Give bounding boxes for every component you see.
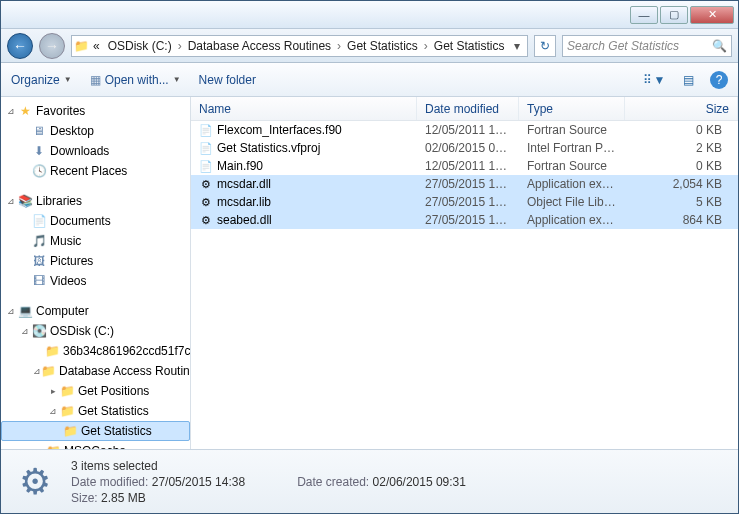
- column-date[interactable]: Date modified: [417, 97, 519, 120]
- tree-item-osdisk[interactable]: ⊿💽OSDisk (C:): [1, 321, 190, 341]
- tree-favorites[interactable]: ⊿★Favorites: [1, 101, 190, 121]
- preview-pane-button[interactable]: ▤: [676, 69, 700, 91]
- computer-icon: 💻: [17, 304, 33, 318]
- file-type: Fortran Source: [519, 159, 625, 173]
- libraries-icon: 📚: [17, 194, 33, 208]
- toolbar: Organize▼ ▦Open with...▼ New folder ⠿▼ ▤…: [1, 63, 738, 97]
- details-modified-label: Date modified:: [71, 475, 148, 489]
- titlebar: — ▢ ✕: [1, 1, 738, 29]
- column-name[interactable]: Name: [191, 97, 417, 120]
- file-icon: 📄: [199, 141, 213, 155]
- file-row[interactable]: ⚙mcsdar.dll27/05/2015 14:38Application e…: [191, 175, 738, 193]
- file-size: 0 KB: [625, 159, 738, 173]
- folder-icon: 📁: [74, 39, 89, 53]
- refresh-button[interactable]: ↻: [534, 35, 556, 57]
- star-icon: ★: [17, 104, 33, 118]
- search-icon: 🔍: [712, 39, 727, 53]
- file-size: 864 KB: [625, 213, 738, 227]
- forward-button[interactable]: →: [39, 33, 65, 59]
- file-size: 0 KB: [625, 123, 738, 137]
- tree-item-getstat-inner[interactable]: 📁Get Statistics: [1, 421, 190, 441]
- tree-item-videos[interactable]: 🎞Videos: [1, 271, 190, 291]
- column-type[interactable]: Type: [519, 97, 625, 120]
- tree-item-recent[interactable]: 🕓Recent Places: [1, 161, 190, 181]
- file-name: Get Statistics.vfproj: [217, 141, 320, 155]
- navigation-bar: ← → 📁 « OSDisk (C:)› Database Access Rou…: [1, 29, 738, 63]
- tree-item-music[interactable]: 🎵Music: [1, 231, 190, 251]
- folder-icon: 📁: [62, 424, 78, 438]
- file-row[interactable]: 📄Main.f9012/05/2011 14:29Fortran Source0…: [191, 157, 738, 175]
- breadcrumb-seg[interactable]: Database Access Routines: [184, 39, 335, 53]
- close-button[interactable]: ✕: [690, 6, 734, 24]
- music-icon: 🎵: [31, 234, 47, 248]
- maximize-button[interactable]: ▢: [660, 6, 688, 24]
- column-size[interactable]: Size: [625, 97, 738, 120]
- breadcrumb-overflow[interactable]: «: [89, 39, 104, 53]
- file-icon: 📄: [199, 159, 213, 173]
- file-size: 2 KB: [625, 141, 738, 155]
- file-size: 5 KB: [625, 195, 738, 209]
- column-headers: Name Date modified Type Size: [191, 97, 738, 121]
- search-input[interactable]: Search Get Statistics 🔍: [562, 35, 732, 57]
- content-area: ⊿★Favorites 🖥Desktop ⬇Downloads 🕓Recent …: [1, 97, 738, 449]
- tree-item-desktop[interactable]: 🖥Desktop: [1, 121, 190, 141]
- minimize-button[interactable]: —: [630, 6, 658, 24]
- folder-icon: 📁: [59, 384, 75, 398]
- details-modified-value: 27/05/2015 14:38: [152, 475, 245, 489]
- file-rows[interactable]: 📄Flexcom_Interfaces.f9012/05/2011 14:29F…: [191, 121, 738, 449]
- folder-icon: 📁: [59, 404, 75, 418]
- folder-icon: 📁: [41, 364, 56, 378]
- tree-computer[interactable]: ⊿💻Computer: [1, 301, 190, 321]
- file-date: 02/06/2015 09:25: [417, 141, 519, 155]
- chevron-down-icon: ▼: [173, 75, 181, 84]
- file-date: 27/05/2015 14:39: [417, 195, 519, 209]
- file-row[interactable]: 📄Flexcom_Interfaces.f9012/05/2011 14:29F…: [191, 121, 738, 139]
- chevron-down-icon: ▼: [654, 73, 666, 87]
- file-type: Application extens...: [519, 213, 625, 227]
- breadcrumb-seg[interactable]: Get Statistics: [343, 39, 422, 53]
- pictures-icon: 🖼: [31, 254, 47, 268]
- tree-libraries[interactable]: ⊿📚Libraries: [1, 191, 190, 211]
- details-created-value: 02/06/2015 09:31: [373, 475, 466, 489]
- details-created-label: Date created:: [297, 475, 369, 489]
- file-row[interactable]: ⚙seabed.dll27/05/2015 14:39Application e…: [191, 211, 738, 229]
- file-name: Main.f90: [217, 159, 263, 173]
- file-icon: 📄: [199, 123, 213, 137]
- organize-button[interactable]: Organize▼: [11, 73, 72, 87]
- tree-item-getpos[interactable]: ▸📁Get Positions: [1, 381, 190, 401]
- tree-item-documents[interactable]: 📄Documents: [1, 211, 190, 231]
- chevron-right-icon: ›: [176, 39, 184, 53]
- tree-item-getstat[interactable]: ⊿📁Get Statistics: [1, 401, 190, 421]
- folder-icon: 📁: [45, 344, 60, 358]
- file-name: mcsdar.lib: [217, 195, 271, 209]
- new-folder-button[interactable]: New folder: [199, 73, 256, 87]
- navigation-tree[interactable]: ⊿★Favorites 🖥Desktop ⬇Downloads 🕓Recent …: [1, 97, 191, 449]
- tree-item-pictures[interactable]: 🖼Pictures: [1, 251, 190, 271]
- drive-icon: 💽: [31, 324, 47, 338]
- file-icon: ⚙: [199, 177, 213, 191]
- open-with-icon: ▦: [90, 73, 101, 87]
- details-icon: ⚙: [11, 458, 59, 506]
- file-row[interactable]: ⚙mcsdar.lib27/05/2015 14:39Object File L…: [191, 193, 738, 211]
- search-placeholder: Search Get Statistics: [567, 39, 679, 53]
- help-button[interactable]: ?: [710, 71, 728, 89]
- breadcrumb-seg[interactable]: OSDisk (C:): [104, 39, 176, 53]
- file-type: Object File Library: [519, 195, 625, 209]
- tree-item[interactable]: 📁36b34c861962ccd51f7ce: [1, 341, 190, 361]
- file-list-pane: Name Date modified Type Size 📄Flexcom_In…: [191, 97, 738, 449]
- file-name: mcsdar.dll: [217, 177, 271, 191]
- breadcrumb-seg[interactable]: Get Statistics: [430, 39, 509, 53]
- back-button[interactable]: ←: [7, 33, 33, 59]
- tree-item-mso[interactable]: 📁MSOCache: [1, 441, 190, 449]
- view-button[interactable]: ⠿▼: [642, 69, 666, 91]
- tree-item-dar[interactable]: ⊿📁Database Access Routine: [1, 361, 190, 381]
- file-type: Fortran Source: [519, 123, 625, 137]
- videos-icon: 🎞: [31, 274, 47, 288]
- file-icon: ⚙: [199, 213, 213, 227]
- tree-item-downloads[interactable]: ⬇Downloads: [1, 141, 190, 161]
- breadcrumb-dropdown[interactable]: ▾: [508, 39, 525, 53]
- file-row[interactable]: 📄Get Statistics.vfproj02/06/2015 09:25In…: [191, 139, 738, 157]
- breadcrumb[interactable]: 📁 « OSDisk (C:)› Database Access Routine…: [71, 35, 528, 57]
- open-with-button[interactable]: ▦Open with...▼: [90, 73, 181, 87]
- details-size-value: 2.85 MB: [101, 491, 146, 505]
